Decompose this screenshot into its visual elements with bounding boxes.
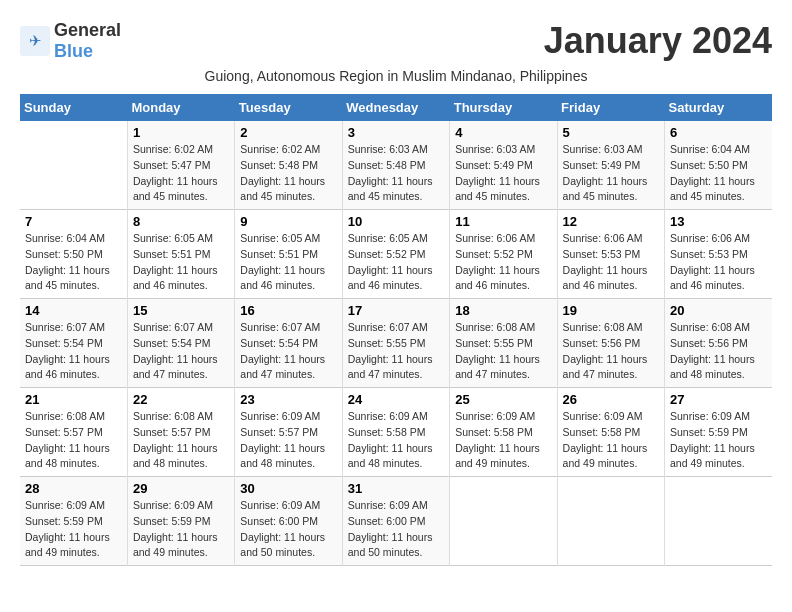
- week-row-1: 1Sunrise: 6:02 AMSunset: 5:47 PMDaylight…: [20, 121, 772, 210]
- day-detail: Sunrise: 6:02 AMSunset: 5:48 PMDaylight:…: [240, 143, 325, 202]
- day-detail: Sunrise: 6:09 AMSunset: 5:59 PMDaylight:…: [133, 499, 218, 558]
- day-detail: Sunrise: 6:09 AMSunset: 5:59 PMDaylight:…: [25, 499, 110, 558]
- day-detail: Sunrise: 6:03 AMSunset: 5:48 PMDaylight:…: [348, 143, 433, 202]
- month-title: January 2024: [544, 20, 772, 62]
- day-detail: Sunrise: 6:09 AMSunset: 5:57 PMDaylight:…: [240, 410, 325, 469]
- calendar-cell: 13Sunrise: 6:06 AMSunset: 5:53 PMDayligh…: [665, 210, 772, 299]
- calendar-cell: 2Sunrise: 6:02 AMSunset: 5:48 PMDaylight…: [235, 121, 342, 210]
- day-number: 6: [670, 125, 767, 140]
- day-number: 17: [348, 303, 444, 318]
- calendar-cell: 9Sunrise: 6:05 AMSunset: 5:51 PMDaylight…: [235, 210, 342, 299]
- week-row-3: 14Sunrise: 6:07 AMSunset: 5:54 PMDayligh…: [20, 299, 772, 388]
- week-row-5: 28Sunrise: 6:09 AMSunset: 5:59 PMDayligh…: [20, 477, 772, 566]
- week-row-2: 7Sunrise: 6:04 AMSunset: 5:50 PMDaylight…: [20, 210, 772, 299]
- calendar-cell: 17Sunrise: 6:07 AMSunset: 5:55 PMDayligh…: [342, 299, 449, 388]
- week-row-4: 21Sunrise: 6:08 AMSunset: 5:57 PMDayligh…: [20, 388, 772, 477]
- day-number: 20: [670, 303, 767, 318]
- day-detail: Sunrise: 6:06 AMSunset: 5:53 PMDaylight:…: [563, 232, 648, 291]
- calendar-cell: 4Sunrise: 6:03 AMSunset: 5:49 PMDaylight…: [450, 121, 557, 210]
- day-number: 18: [455, 303, 551, 318]
- day-header-monday: Monday: [127, 94, 234, 121]
- day-number: 7: [25, 214, 122, 229]
- calendar-cell: [450, 477, 557, 566]
- day-detail: Sunrise: 6:08 AMSunset: 5:57 PMDaylight:…: [133, 410, 218, 469]
- day-number: 2: [240, 125, 336, 140]
- day-detail: Sunrise: 6:07 AMSunset: 5:54 PMDaylight:…: [240, 321, 325, 380]
- day-number: 14: [25, 303, 122, 318]
- day-number: 27: [670, 392, 767, 407]
- day-number: 28: [25, 481, 122, 496]
- calendar-cell: 18Sunrise: 6:08 AMSunset: 5:55 PMDayligh…: [450, 299, 557, 388]
- calendar-cell: 22Sunrise: 6:08 AMSunset: 5:57 PMDayligh…: [127, 388, 234, 477]
- day-number: 29: [133, 481, 229, 496]
- day-detail: Sunrise: 6:09 AMSunset: 5:58 PMDaylight:…: [348, 410, 433, 469]
- calendar-cell: 11Sunrise: 6:06 AMSunset: 5:52 PMDayligh…: [450, 210, 557, 299]
- header: ✈ General Blue January 2024: [20, 20, 772, 62]
- day-detail: Sunrise: 6:03 AMSunset: 5:49 PMDaylight:…: [563, 143, 648, 202]
- day-number: 24: [348, 392, 444, 407]
- calendar-cell: 6Sunrise: 6:04 AMSunset: 5:50 PMDaylight…: [665, 121, 772, 210]
- day-detail: Sunrise: 6:04 AMSunset: 5:50 PMDaylight:…: [25, 232, 110, 291]
- calendar-cell: 21Sunrise: 6:08 AMSunset: 5:57 PMDayligh…: [20, 388, 127, 477]
- day-number: 9: [240, 214, 336, 229]
- day-detail: Sunrise: 6:05 AMSunset: 5:51 PMDaylight:…: [133, 232, 218, 291]
- day-number: 11: [455, 214, 551, 229]
- day-detail: Sunrise: 6:05 AMSunset: 5:52 PMDaylight:…: [348, 232, 433, 291]
- day-number: 16: [240, 303, 336, 318]
- day-header-tuesday: Tuesday: [235, 94, 342, 121]
- day-detail: Sunrise: 6:02 AMSunset: 5:47 PMDaylight:…: [133, 143, 218, 202]
- day-number: 5: [563, 125, 659, 140]
- calendar-cell: [20, 121, 127, 210]
- day-number: 21: [25, 392, 122, 407]
- day-number: 13: [670, 214, 767, 229]
- subtitle: Guiong, Autonomous Region in Muslim Mind…: [20, 68, 772, 84]
- day-number: 8: [133, 214, 229, 229]
- day-detail: Sunrise: 6:07 AMSunset: 5:54 PMDaylight:…: [25, 321, 110, 380]
- day-detail: Sunrise: 6:03 AMSunset: 5:49 PMDaylight:…: [455, 143, 540, 202]
- day-header-wednesday: Wednesday: [342, 94, 449, 121]
- logo-blue: Blue: [54, 41, 93, 61]
- day-detail: Sunrise: 6:08 AMSunset: 5:56 PMDaylight:…: [563, 321, 648, 380]
- logo-text: General Blue: [54, 20, 121, 62]
- svg-text:✈: ✈: [29, 32, 42, 49]
- day-number: 3: [348, 125, 444, 140]
- calendar-cell: 23Sunrise: 6:09 AMSunset: 5:57 PMDayligh…: [235, 388, 342, 477]
- calendar-cell: 16Sunrise: 6:07 AMSunset: 5:54 PMDayligh…: [235, 299, 342, 388]
- day-number: 23: [240, 392, 336, 407]
- calendar-cell: 24Sunrise: 6:09 AMSunset: 5:58 PMDayligh…: [342, 388, 449, 477]
- day-number: 26: [563, 392, 659, 407]
- calendar-cell: 25Sunrise: 6:09 AMSunset: 5:58 PMDayligh…: [450, 388, 557, 477]
- calendar-header-row: SundayMondayTuesdayWednesdayThursdayFrid…: [20, 94, 772, 121]
- day-detail: Sunrise: 6:09 AMSunset: 5:58 PMDaylight:…: [563, 410, 648, 469]
- logo-general: General: [54, 20, 121, 40]
- day-detail: Sunrise: 6:08 AMSunset: 5:56 PMDaylight:…: [670, 321, 755, 380]
- calendar-cell: 26Sunrise: 6:09 AMSunset: 5:58 PMDayligh…: [557, 388, 664, 477]
- calendar-cell: 12Sunrise: 6:06 AMSunset: 5:53 PMDayligh…: [557, 210, 664, 299]
- day-detail: Sunrise: 6:09 AMSunset: 6:00 PMDaylight:…: [240, 499, 325, 558]
- calendar-cell: 15Sunrise: 6:07 AMSunset: 5:54 PMDayligh…: [127, 299, 234, 388]
- calendar-cell: 29Sunrise: 6:09 AMSunset: 5:59 PMDayligh…: [127, 477, 234, 566]
- calendar-cell: 27Sunrise: 6:09 AMSunset: 5:59 PMDayligh…: [665, 388, 772, 477]
- calendar-cell: 8Sunrise: 6:05 AMSunset: 5:51 PMDaylight…: [127, 210, 234, 299]
- day-detail: Sunrise: 6:09 AMSunset: 6:00 PMDaylight:…: [348, 499, 433, 558]
- day-header-saturday: Saturday: [665, 94, 772, 121]
- logo: ✈ General Blue: [20, 20, 121, 62]
- day-number: 19: [563, 303, 659, 318]
- calendar-cell: 28Sunrise: 6:09 AMSunset: 5:59 PMDayligh…: [20, 477, 127, 566]
- day-header-friday: Friday: [557, 94, 664, 121]
- day-number: 10: [348, 214, 444, 229]
- day-detail: Sunrise: 6:09 AMSunset: 5:58 PMDaylight:…: [455, 410, 540, 469]
- day-number: 25: [455, 392, 551, 407]
- calendar-cell: 20Sunrise: 6:08 AMSunset: 5:56 PMDayligh…: [665, 299, 772, 388]
- calendar-cell: 5Sunrise: 6:03 AMSunset: 5:49 PMDaylight…: [557, 121, 664, 210]
- day-header-thursday: Thursday: [450, 94, 557, 121]
- calendar-cell: 30Sunrise: 6:09 AMSunset: 6:00 PMDayligh…: [235, 477, 342, 566]
- calendar-cell: 19Sunrise: 6:08 AMSunset: 5:56 PMDayligh…: [557, 299, 664, 388]
- calendar-cell: 3Sunrise: 6:03 AMSunset: 5:48 PMDaylight…: [342, 121, 449, 210]
- day-number: 30: [240, 481, 336, 496]
- calendar-cell: 10Sunrise: 6:05 AMSunset: 5:52 PMDayligh…: [342, 210, 449, 299]
- day-number: 1: [133, 125, 229, 140]
- day-detail: Sunrise: 6:06 AMSunset: 5:52 PMDaylight:…: [455, 232, 540, 291]
- day-detail: Sunrise: 6:07 AMSunset: 5:54 PMDaylight:…: [133, 321, 218, 380]
- day-detail: Sunrise: 6:05 AMSunset: 5:51 PMDaylight:…: [240, 232, 325, 291]
